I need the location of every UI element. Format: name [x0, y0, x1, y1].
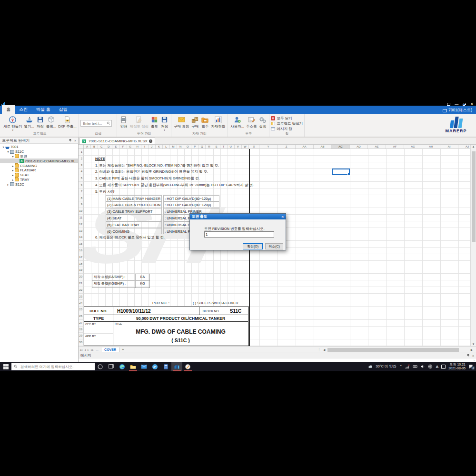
tree-item[interactable]: 7001-S11C-COAMING-MFG.XL... — [0, 159, 78, 163]
row-header-1[interactable]: 1 — [79, 149, 84, 156]
ribbon-search-input[interactable] — [82, 121, 107, 126]
row-header-17[interactable]: 17 — [79, 254, 84, 261]
taskbar-search-box[interactable] — [11, 363, 95, 370]
marerp-taskbar-button[interactable] — [171, 362, 182, 371]
select-all-corner[interactable] — [80, 145, 84, 149]
weather-text[interactable]: 30°C 비 약간 — [376, 364, 396, 369]
row-header-22[interactable]: 22 — [79, 287, 84, 294]
expander-icon[interactable]: ▾ — [6, 150, 10, 153]
horizontal-scroll-thumb[interactable] — [327, 348, 459, 352]
row-header-19[interactable]: 19 — [79, 267, 84, 274]
expander-icon[interactable]: ▸ — [11, 164, 15, 168]
cortana-button[interactable] — [95, 362, 106, 371]
tree-item[interactable]: ▸TRAY — [0, 178, 78, 182]
column-header-AH[interactable]: AH — [422, 145, 440, 149]
row-header-13[interactable]: 13 — [79, 228, 84, 235]
row-header-6[interactable]: 6 — [79, 182, 84, 188]
close-all-button[interactable]: 모두 닫기 — [271, 116, 303, 121]
cancel-button[interactable]: 취소(C) — [265, 243, 283, 249]
row-header-26[interactable]: 26 — [79, 313, 84, 320]
row-header-3[interactable]: 3 — [79, 162, 84, 169]
row-header-25[interactable]: 25 — [79, 307, 84, 313]
column-header-B[interactable]: B — [91, 145, 98, 149]
sheet-tab-cover[interactable]: COVER — [101, 347, 119, 352]
row-header-18[interactable]: 18 — [79, 261, 84, 268]
ime-status[interactable]: A — [436, 365, 438, 369]
add-sheet-button[interactable]: + — [119, 347, 127, 352]
save-drawing-button[interactable]: 저장▾ — [159, 115, 169, 131]
taskbar-clock[interactable]: 오전 10:21 2021-08-05 — [448, 363, 466, 370]
speaker-icon[interactable] — [420, 364, 425, 369]
expander-icon[interactable]: ▾ — [1, 145, 5, 149]
row-header-9[interactable]: 9 — [79, 201, 84, 208]
tab-home[interactable]: 홈 — [2, 105, 15, 114]
project-explorer-button[interactable]: 프로젝트 탐색기 — [271, 121, 303, 126]
purchase-request-button[interactable]: 구매 요청 — [173, 115, 190, 129]
scroll-left-icon[interactable]: ◀ — [322, 348, 327, 351]
column-header-W[interactable]: W — [242, 145, 249, 149]
row-header-16[interactable]: 16 — [79, 248, 84, 254]
scroll-down-icon[interactable]: ▼ — [471, 343, 476, 346]
document-tab-close-icon[interactable]: × — [149, 139, 152, 143]
open-button[interactable]: 열기... — [23, 115, 35, 129]
calculator-button[interactable] — [160, 362, 171, 371]
publish-drawing-button[interactable]: 출도 — [149, 115, 159, 129]
row-header-21[interactable]: 21 — [79, 280, 84, 287]
column-header-AB[interactable]: AB — [314, 145, 332, 149]
tab-skin[interactable]: 스킨 — [15, 105, 32, 114]
prev-sheet-icon[interactable]: ◂ — [83, 348, 87, 351]
message-window-button[interactable]: 메시지 창 — [271, 126, 303, 131]
column-header-L[interactable]: L — [163, 145, 170, 149]
expander-icon[interactable]: ▸ — [6, 183, 10, 186]
column-header-S[interactable]: S — [213, 145, 220, 149]
block-button[interactable]: 블록... — [45, 115, 57, 129]
next-sheet-icon[interactable]: ▸ — [87, 348, 90, 351]
action-center-button[interactable]: 2 — [468, 364, 473, 369]
pin-icon[interactable] — [69, 139, 72, 142]
settings-button[interactable]: 설정 — [258, 115, 268, 129]
column-header-C[interactable]: C — [98, 145, 105, 149]
column-header-Z[interactable]: Z — [278, 145, 296, 149]
column-header-Y[interactable]: Y — [259, 145, 278, 149]
close-button[interactable]: × — [470, 102, 473, 106]
revision-number-input[interactable] — [204, 231, 274, 238]
order-button[interactable]: 발주 — [200, 115, 210, 129]
tree-item[interactable]: ▾도면 — [0, 154, 78, 159]
first-sheet-icon[interactable]: ◂◂ — [79, 348, 83, 351]
dxf-export-button[interactable]: DXF 추출... — [57, 115, 77, 129]
tree-item[interactable]: ▸S12C — [0, 182, 78, 187]
column-header-M[interactable]: M — [170, 145, 177, 149]
column-header-AC[interactable]: AC — [332, 145, 350, 149]
tab-excel-home[interactable]: 엑셀 홈 — [32, 105, 55, 114]
column-header-I[interactable]: I — [141, 145, 149, 149]
users-button[interactable]: 사용자... — [229, 115, 245, 129]
weather-icon[interactable] — [368, 364, 373, 369]
column-header-U[interactable]: U — [228, 145, 235, 149]
column-header-Q[interactable]: Q — [198, 145, 206, 149]
column-header-N[interactable]: N — [177, 145, 184, 149]
selected-cell[interactable] — [332, 169, 350, 175]
row-header-23[interactable]: 23 — [79, 294, 84, 300]
new-button[interactable]: 새로 만들기▾ — [2, 115, 23, 131]
tree-item[interactable]: ▸SEAT — [0, 173, 78, 178]
column-header-AJ[interactable]: AJ — [458, 145, 470, 149]
tree-item[interactable]: ▾7001 — [0, 145, 78, 149]
row-header-2[interactable]: 2 — [79, 156, 84, 162]
print-button[interactable]: 인쇄 — [119, 115, 129, 129]
column-header-D[interactable]: D — [105, 145, 112, 149]
column-header-R[interactable]: R — [206, 145, 213, 149]
minimize-button[interactable]: — — [455, 102, 458, 106]
material-status-button[interactable]: 자재현황 — [210, 115, 226, 129]
row-header-8[interactable]: 8 — [79, 195, 84, 202]
input-pad-icon[interactable] — [413, 364, 417, 369]
scroll-right-icon[interactable]: ▶ — [469, 348, 474, 351]
column-header-AD[interactable]: AD — [350, 145, 368, 149]
row-header-7[interactable]: 7 — [79, 188, 84, 195]
row-header-30[interactable]: 30 — [79, 339, 84, 346]
scroll-up-icon[interactable]: ▲ — [471, 145, 476, 148]
row-header-4[interactable]: 4 — [79, 169, 84, 175]
column-header-G[interactable]: G — [127, 145, 134, 149]
vertical-scrollbar[interactable]: ▲ ▼ — [470, 145, 476, 346]
edge-button[interactable] — [117, 362, 128, 371]
tab-splitter-handle[interactable]: ⋮ — [317, 348, 321, 352]
